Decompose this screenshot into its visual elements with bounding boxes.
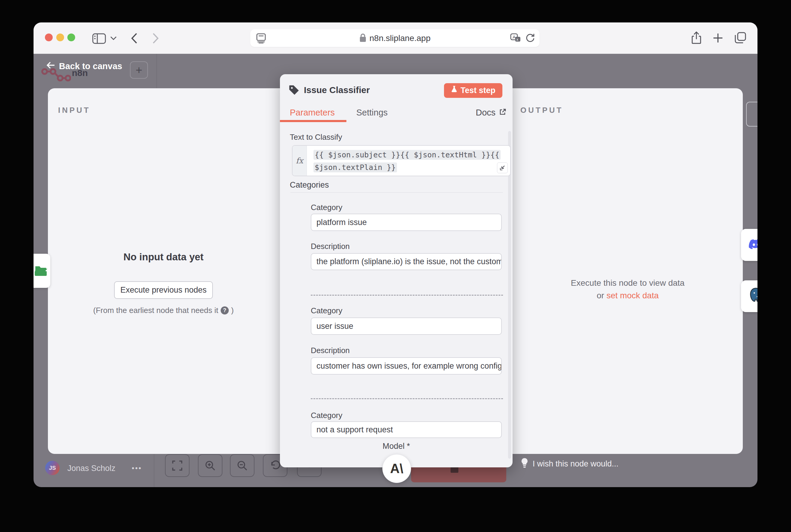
test-step-button[interactable]: Test step — [444, 83, 502, 98]
active-tab-underline — [280, 120, 346, 122]
zoom-in-button[interactable] — [198, 454, 222, 477]
reload-icon[interactable] — [525, 33, 535, 43]
run-selector-cut[interactable] — [746, 102, 757, 127]
external-link-icon — [499, 108, 506, 118]
flask-icon — [451, 86, 458, 95]
avatar[interactable]: JS — [45, 461, 59, 475]
postgres-icon — [748, 287, 757, 305]
input-empty-title: No input data yet — [48, 251, 279, 263]
url-text: n8n.sliplane.app — [369, 34, 430, 43]
user-name: Jonas Scholz — [67, 464, 115, 473]
output-panel-label: OUTPUT — [520, 106, 563, 115]
fx-gutter: fx — [293, 146, 307, 176]
svg-text:A: A — [513, 34, 516, 39]
close-window-button[interactable] — [45, 34, 53, 41]
model-label: Model * — [280, 442, 513, 451]
user-menu-dots[interactable]: ••• — [132, 464, 142, 473]
arrow-left-icon — [47, 61, 55, 71]
set-mock-data-link[interactable]: set mock data — [607, 291, 659, 300]
back-button[interactable] — [131, 32, 138, 44]
item-divider — [311, 295, 503, 296]
tag-icon — [288, 84, 300, 97]
modal-scrollbar[interactable] — [508, 131, 511, 459]
add-node-button[interactable]: + — [130, 61, 148, 79]
expression-line1: {{ $json.subject }}{{ $json.textHtml }}{… — [313, 150, 501, 160]
browser-window: n8n.sliplane.app A x — [34, 22, 757, 487]
folder-node-icon — [34, 265, 47, 278]
category-label: Category — [311, 203, 343, 212]
feedback-link[interactable]: I wish this node would... — [521, 458, 619, 470]
svg-text:x: x — [516, 37, 518, 42]
input-node-tab[interactable] — [34, 254, 50, 288]
item-divider — [311, 398, 503, 399]
postgres-node-tab[interactable] — [741, 280, 757, 312]
browser-chrome: n8n.sliplane.app A x — [34, 22, 757, 54]
zoom-window-button[interactable] — [67, 34, 75, 41]
input-panel-label: INPUT — [58, 106, 90, 115]
text-to-classify-label: Text to Classify — [290, 133, 342, 142]
lock-icon — [359, 33, 366, 43]
fit-view-button[interactable] — [165, 454, 189, 477]
modal-title: Issue Classifier — [304, 85, 370, 95]
zoom-out-button[interactable] — [230, 454, 255, 477]
output-empty-line1: Execute this node to view data — [513, 278, 743, 288]
output-empty-state: Execute this node to view data or set mo… — [513, 278, 743, 300]
docs-link[interactable]: Docs — [476, 108, 506, 118]
bottom-bar-divider — [154, 454, 154, 487]
category-input-3[interactable]: not a support request — [311, 421, 502, 438]
help-icon[interactable]: ? — [221, 306, 229, 315]
new-tab-icon[interactable] — [713, 33, 723, 43]
input-hint: (From the earliest node that needs it ? … — [48, 306, 279, 315]
execute-previous-nodes-button[interactable]: Execute previous nodes — [114, 281, 213, 299]
chevron-down-icon[interactable] — [110, 36, 117, 40]
minimize-window-button[interactable] — [56, 34, 64, 41]
categories-label: Categories — [290, 180, 329, 190]
lightbulb-icon — [521, 458, 529, 470]
back-to-canvas-link[interactable]: Back to canvas — [47, 61, 122, 71]
share-icon[interactable] — [691, 32, 702, 44]
tab-settings[interactable]: Settings — [356, 108, 388, 118]
description-label: Description — [311, 346, 350, 355]
sidebar-toggle-icon[interactable] — [92, 33, 106, 44]
category-label: Category — [311, 306, 343, 316]
header-divider — [157, 54, 157, 88]
description-input-2[interactable]: customer has own issues, for example wro… — [311, 357, 502, 375]
expand-expression-icon[interactable] — [497, 163, 508, 173]
node-settings-modal: Issue Classifier Test step Parameters Se… — [280, 74, 513, 468]
expression-line2: $json.textPlain }} — [313, 163, 397, 172]
expression-editor[interactable]: fx {{ $json.subject }}{{ $json.textHtml … — [292, 145, 511, 176]
category-input-1[interactable]: platform issue — [311, 214, 502, 231]
url-bar[interactable]: n8n.sliplane.app A x — [250, 29, 539, 47]
discord-node-tab[interactable] — [741, 229, 757, 261]
anthropic-logo-badge[interactable]: A\ — [382, 454, 411, 483]
tab-parameters[interactable]: Parameters — [290, 108, 335, 118]
discord-icon — [748, 237, 757, 253]
anthropic-logo-icon: A\ — [390, 461, 403, 476]
description-input-1[interactable]: the platform (sliplane.io) is the issue,… — [311, 253, 502, 270]
category-input-2[interactable]: user issue — [311, 318, 502, 335]
input-empty-state: No input data yet Execute previous nodes… — [48, 251, 279, 315]
category-label: Category — [311, 411, 343, 420]
forward-button[interactable] — [152, 32, 159, 44]
translate-icon[interactable]: A x — [510, 33, 521, 43]
tab-overview-icon[interactable] — [734, 32, 747, 44]
description-label: Description — [311, 242, 350, 251]
categories-rule — [290, 192, 503, 193]
